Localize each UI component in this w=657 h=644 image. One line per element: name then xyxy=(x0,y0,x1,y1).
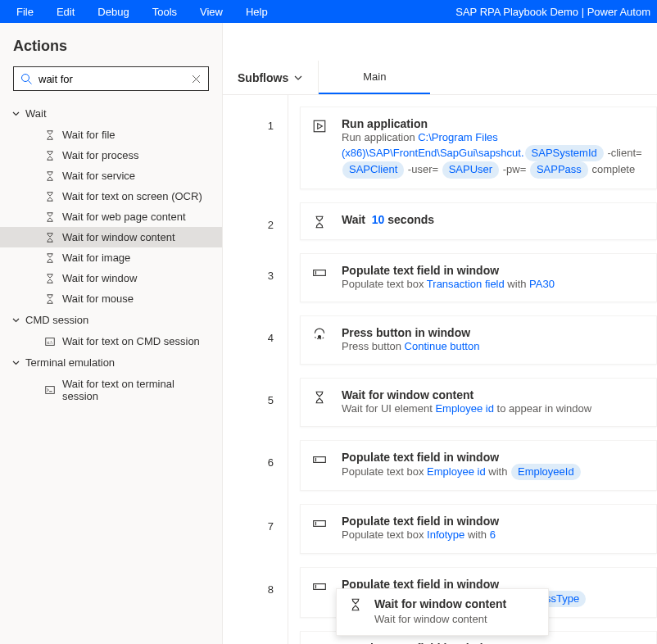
chevron-down-icon xyxy=(11,315,20,324)
step-row: 5Wait for window contentWait for UI elem… xyxy=(223,371,657,433)
step-title: Run application xyxy=(342,117,428,130)
step-card[interactable]: Run applicationRun application C:\Progra… xyxy=(300,107,657,189)
hourglass-icon xyxy=(44,191,56,202)
step-number: 5 xyxy=(223,371,288,433)
group-label: Wait xyxy=(25,107,47,120)
hourglass-icon xyxy=(44,293,56,305)
chevron-down-icon xyxy=(293,73,303,83)
svg-text:c:\: c:\ xyxy=(48,338,53,344)
run-app-icon xyxy=(312,117,330,134)
tree-group-terminal-emulation[interactable]: Terminal emulation xyxy=(0,351,222,374)
step-card[interactable]: Populate text field in windowPopulate te… xyxy=(300,440,657,491)
step-row: 1Run applicationRun application C:\Progr… xyxy=(223,95,657,196)
hourglass-icon xyxy=(44,129,56,141)
step-card[interactable]: Populate text field in windowPopulate te… xyxy=(300,504,657,553)
step-desc: Populate text box Infotype with 6 xyxy=(342,528,645,542)
step-card[interactable]: Wait for window contentWait for UI eleme… xyxy=(300,378,657,427)
menu-tools[interactable]: Tools xyxy=(143,3,187,20)
tree-item-label: Wait for text on screen (OCR) xyxy=(62,190,202,202)
tree-item[interactable]: Wait for web page content xyxy=(0,206,222,227)
search-icon xyxy=(20,73,33,85)
step-card[interactable]: Wait 10 seconds xyxy=(300,202,657,240)
hourglass-icon xyxy=(44,170,56,182)
tree-item-label: Wait for file xyxy=(62,129,116,141)
step-desc: Run application C:\Program Files (x86)\S… xyxy=(342,130,645,179)
textfield-icon xyxy=(312,515,330,531)
step-row: 4Press button in windowPress button Cont… xyxy=(223,309,657,371)
tree-item[interactable]: Wait for window xyxy=(0,268,222,288)
hourglass-icon xyxy=(312,213,330,229)
hourglass-icon xyxy=(44,232,56,243)
menu-bar: File Edit Debug Tools View Help xyxy=(7,3,455,20)
step-row: 3Populate text field in windowPopulate t… xyxy=(223,247,657,309)
tree-item-label: Wait for text on CMD session xyxy=(62,335,200,347)
menu-help[interactable]: Help xyxy=(236,3,278,20)
actions-tree: WaitWait for fileWait for processWait fo… xyxy=(0,99,222,644)
menu-edit[interactable]: Edit xyxy=(47,3,84,20)
hourglass-icon xyxy=(44,252,56,264)
drag-desc: Wait for window content xyxy=(374,612,506,627)
steps-list[interactable]: 1Run applicationRun application C:\Progr… xyxy=(223,95,657,644)
tree-item[interactable]: Wait for service xyxy=(0,166,222,186)
step-desc: Populate text box Employee id with Emplo… xyxy=(342,464,645,480)
step-number: 8 xyxy=(223,560,288,624)
group-label: CMD session xyxy=(25,314,88,326)
svg-rect-22 xyxy=(314,270,326,275)
step-number: 7 xyxy=(223,497,288,560)
terminal-icon xyxy=(44,384,56,396)
svg-point-12 xyxy=(22,74,29,81)
svg-rect-25 xyxy=(314,457,326,463)
tree-group-cmd-session[interactable]: CMD session xyxy=(0,309,222,331)
tree-item[interactable]: Wait for file xyxy=(0,125,222,145)
menu-view[interactable]: View xyxy=(190,3,233,20)
drag-preview-card: Wait for window content Wait for window … xyxy=(336,588,549,636)
step-card[interactable]: Populate text field in windowPopulate te… xyxy=(300,253,657,302)
cmd-icon: c:\ xyxy=(44,336,56,347)
actions-sidebar: Actions WaitWait for fileWait for proces… xyxy=(0,23,223,644)
menu-file[interactable]: File xyxy=(7,3,43,20)
step-title: Populate text field in window xyxy=(342,515,499,528)
step-number: 6 xyxy=(223,433,288,497)
tree-item[interactable]: c:\Wait for text on CMD session xyxy=(0,331,222,351)
subflows-bar: Subflows Main xyxy=(223,61,657,95)
step-title: Wait for window content xyxy=(342,388,473,401)
tree-item-label: Wait for process xyxy=(62,149,138,161)
step-number: 4 xyxy=(223,309,288,371)
textfield-icon xyxy=(312,264,330,280)
tree-item[interactable]: Wait for mouse xyxy=(0,288,222,309)
hourglass-icon xyxy=(312,388,330,405)
menu-debug[interactable]: Debug xyxy=(88,3,138,20)
step-number: 1 xyxy=(223,95,288,196)
hourglass-icon xyxy=(44,273,56,284)
tab-main[interactable]: Main xyxy=(319,61,430,94)
svg-rect-20 xyxy=(314,120,325,132)
svg-rect-27 xyxy=(314,521,326,527)
tree-group-wait[interactable]: Wait xyxy=(0,102,222,125)
search-input[interactable] xyxy=(39,73,191,85)
hourglass-icon xyxy=(44,211,56,223)
group-label: Terminal emulation xyxy=(25,356,115,369)
subflows-label-text: Subflows xyxy=(238,71,288,84)
step-card[interactable]: Press button in windowPress button Conti… xyxy=(300,315,657,365)
clear-icon[interactable] xyxy=(191,74,202,84)
tree-item[interactable]: Wait for text on screen (OCR) xyxy=(0,186,222,206)
tree-item-label: Wait for window content xyxy=(62,231,175,243)
tree-item[interactable]: Wait for process xyxy=(0,145,222,166)
tree-item-label: Wait for image xyxy=(62,252,130,264)
search-box[interactable] xyxy=(13,66,209,91)
step-title: Populate text field in window xyxy=(342,451,499,464)
chevron-down-icon xyxy=(11,358,20,367)
textfield-icon xyxy=(312,451,330,467)
subflows-dropdown[interactable]: Subflows xyxy=(223,61,319,94)
tree-item[interactable]: Wait for window content xyxy=(0,227,222,247)
title-bar: File Edit Debug Tools View Help SAP RPA … xyxy=(0,0,657,23)
tree-item-label: Wait for text on terminal session xyxy=(62,378,211,402)
svg-line-13 xyxy=(29,80,32,84)
tree-item[interactable]: Wait for text on terminal session xyxy=(0,374,222,406)
step-number: 9 xyxy=(223,624,288,644)
tree-item[interactable]: Wait for image xyxy=(0,247,222,268)
window-title: SAP RPA Playbook Demo | Power Autom xyxy=(455,6,650,18)
press-icon xyxy=(312,326,330,342)
step-row: 2Wait 10 seconds xyxy=(223,196,657,247)
step-desc: Press button Continue button xyxy=(342,339,645,354)
